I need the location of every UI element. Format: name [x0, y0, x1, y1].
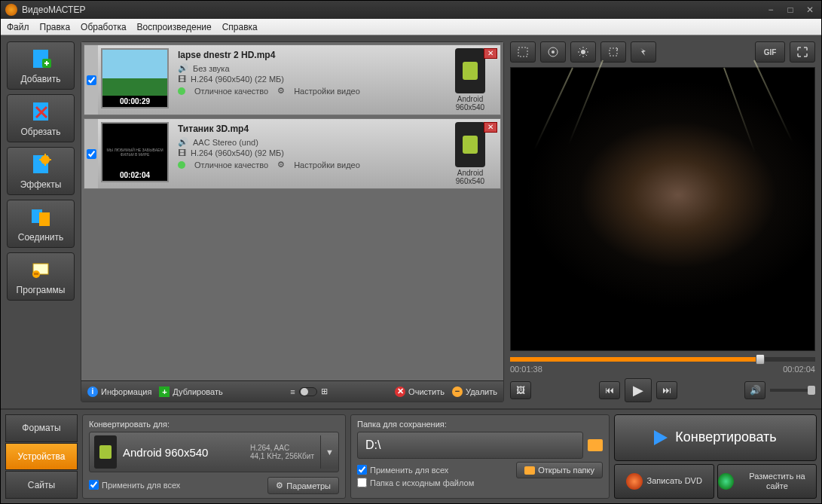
settings-icon[interactable]: ⚙ — [277, 86, 285, 96]
apply-all-checkbox[interactable]: Применить для всех — [89, 480, 180, 490]
speed-icon[interactable] — [631, 41, 656, 63]
svg-rect-9 — [34, 273, 38, 275]
programs-button[interactable]: Программы — [7, 252, 75, 301]
device-selector[interactable]: Android 960x540 H.264, AAC 44,1 KHz, 256… — [89, 432, 339, 472]
menu-edit[interactable]: Правка — [40, 22, 71, 32]
file-name: lapse dnestr 2 HD.mp4 — [178, 50, 434, 60]
time-current: 00:01:38 — [510, 365, 542, 374]
menu-playback[interactable]: Воспроизведение — [137, 22, 212, 32]
open-folder-button[interactable]: Открыть папку — [516, 462, 603, 478]
sidebar: Добавить Обрезать Эффекты Соединить Прог… — [7, 41, 75, 402]
file-item[interactable]: 00:00:29 lapse dnestr 2 HD.mp4 🔊Без звук… — [84, 44, 501, 115]
tab-formats[interactable]: Форматы — [5, 414, 78, 442]
list-toolbar: iИнформация +Дублировать ≡⊞ ✕Очистить −У… — [81, 380, 503, 402]
maximize-button[interactable]: □ — [784, 5, 797, 15]
film-icon: 🎞 — [178, 75, 186, 84]
svg-rect-14 — [610, 48, 617, 56]
svg-point-13 — [581, 50, 585, 54]
view-mode-switch[interactable]: ≡⊞ — [288, 386, 329, 396]
effects-button[interactable]: Эффекты — [7, 147, 75, 195]
titlebar: ВидеоМАСТЕР − □ ✕ — [1, 1, 821, 19]
duplicate-button[interactable]: +Дублировать — [159, 386, 222, 397]
volume-slider[interactable] — [770, 389, 815, 392]
rotate-icon[interactable] — [600, 41, 626, 63]
snapshot-icon[interactable]: 🖼 — [510, 381, 531, 399]
audio-icon: 🔊 — [178, 63, 188, 73]
film-icon: 🎞 — [178, 148, 186, 157]
volume-icon[interactable]: 🔊 — [744, 381, 765, 399]
remove-file-button[interactable]: ✕ — [484, 122, 497, 133]
globe-icon — [718, 473, 734, 490]
file-item[interactable]: МЫ ЛЮБИМЫЙ НЕ ЗАБЫВАЕМФИЛЬМ В МИРЕ00:02:… — [84, 118, 501, 189]
menubar: Файл Правка Обработка Воспроизведение Сп… — [1, 19, 821, 35]
gif-button[interactable]: GIF — [755, 41, 785, 63]
delete-button[interactable]: −Удалить — [452, 386, 497, 397]
svg-point-12 — [552, 50, 555, 53]
video-viewport[interactable] — [510, 67, 815, 351]
file-list: 00:00:29 lapse dnestr 2 HD.mp4 🔊Без звук… — [81, 42, 503, 380]
preview-panel: GIF 00:01:3800:02:04 🖼 ⏮ ▶ ⏭ — [510, 41, 815, 402]
save-folder-panel: Папка для сохранения: D:\ Применить для … — [350, 414, 610, 499]
svg-rect-10 — [518, 47, 527, 57]
seek-slider[interactable] — [510, 357, 815, 362]
app-title: ВидеоМАСТЕР — [22, 5, 764, 15]
close-button[interactable]: ✕ — [803, 5, 817, 15]
convert-for-panel: Конвертировать для: Android 960x540 H.26… — [82, 414, 346, 499]
cut-button[interactable]: Обрезать — [7, 94, 75, 142]
time-total: 00:02:04 — [783, 365, 815, 374]
play-button[interactable]: ▶ — [625, 378, 652, 402]
file-checkbox[interactable] — [84, 45, 98, 115]
source-folder-checkbox[interactable]: Папка с исходным файлом — [357, 478, 474, 487]
next-button[interactable]: ⏭ — [656, 381, 677, 399]
folder-icon — [524, 466, 535, 475]
crop-icon[interactable] — [510, 41, 536, 63]
save-path-field[interactable]: D:\ — [357, 432, 583, 459]
dropdown-arrow-icon[interactable]: ▼ — [320, 435, 338, 469]
menu-help[interactable]: Справка — [222, 22, 258, 32]
fullscreen-icon[interactable] — [790, 41, 815, 63]
clear-button[interactable]: ✕Очистить — [395, 386, 445, 397]
file-thumbnail[interactable]: 00:00:29 — [101, 48, 169, 108]
svg-rect-6 — [39, 212, 50, 226]
arrow-icon — [654, 430, 668, 445]
format-tabs: Форматы Устройства Сайты — [5, 414, 78, 499]
gear-icon: ⚙ — [276, 481, 283, 490]
browse-folder-icon[interactable] — [588, 439, 603, 451]
file-thumbnail[interactable]: МЫ ЛЮБИМЫЙ НЕ ЗАБЫВАЕМФИЛЬМ В МИРЕ00:02:… — [101, 122, 169, 182]
convert-button[interactable]: Конвертировать — [614, 414, 817, 461]
add-button[interactable]: Добавить — [7, 41, 75, 90]
file-panel: 00:00:29 lapse dnestr 2 HD.mp4 🔊Без звук… — [81, 41, 504, 402]
params-button[interactable]: ⚙Параметры — [267, 477, 339, 494]
target-icon[interactable] — [540, 41, 566, 63]
burn-dvd-button[interactable]: Записать DVD — [614, 464, 714, 499]
quality-dot-icon — [178, 87, 185, 95]
minimize-button[interactable]: − — [764, 5, 778, 15]
remove-file-button[interactable]: ✕ — [484, 48, 497, 59]
tab-devices[interactable]: Устройства — [5, 443, 78, 471]
menu-file[interactable]: Файл — [7, 22, 29, 32]
merge-button[interactable]: Соединить — [7, 200, 75, 248]
file-name: Титаник 3D.mp4 — [178, 124, 434, 134]
info-button[interactable]: iИнформация — [87, 386, 151, 397]
file-checkbox[interactable] — [84, 119, 98, 188]
phone-icon — [94, 435, 117, 469]
brightness-icon[interactable] — [570, 41, 596, 63]
menu-process[interactable]: Обработка — [81, 22, 127, 32]
disc-icon — [626, 473, 643, 490]
app-icon — [5, 4, 17, 16]
apply-all-save-checkbox[interactable]: Применить для всех — [357, 465, 474, 475]
quality-dot-icon — [178, 161, 185, 169]
tab-sites[interactable]: Сайты — [5, 471, 78, 499]
audio-icon: 🔊 — [178, 137, 188, 147]
settings-icon[interactable]: ⚙ — [277, 160, 285, 170]
prev-button[interactable]: ⏮ — [599, 381, 620, 399]
publish-button[interactable]: Разместить на сайте — [717, 464, 817, 499]
